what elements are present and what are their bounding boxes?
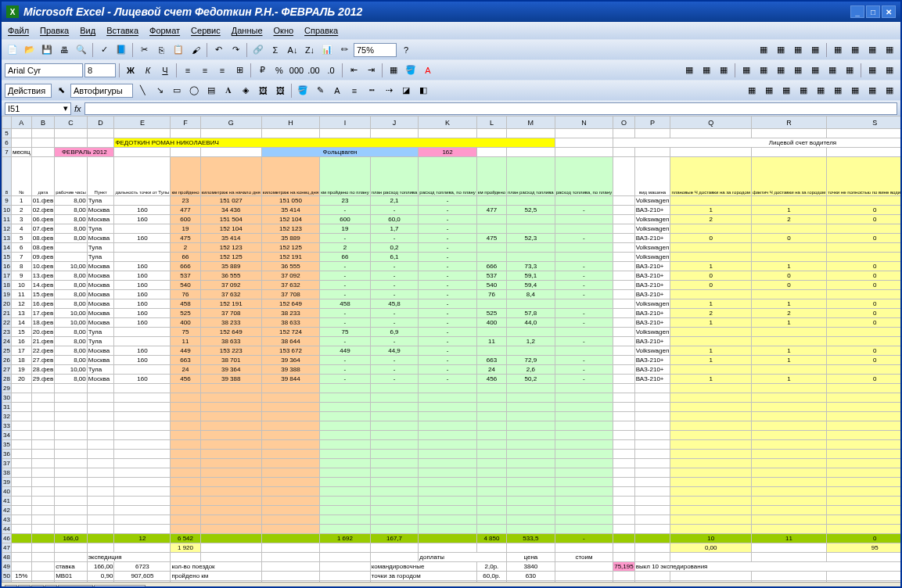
col-header[interactable]: Q: [670, 117, 752, 129]
tb3-extra-7[interactable]: ▦: [847, 83, 863, 99]
row-header[interactable]: 12: [2, 224, 12, 234]
row-header[interactable]: 20: [2, 299, 12, 309]
col-header[interactable]: E: [114, 117, 171, 129]
tb2-extra-11[interactable]: ▦: [864, 63, 880, 78]
row-header[interactable]: 19: [2, 290, 12, 299]
inc-decimal-icon[interactable]: .00: [306, 63, 322, 78]
name-box[interactable]: I51▾: [5, 102, 71, 115]
col-header[interactable]: F: [171, 117, 200, 129]
clipart-icon[interactable]: 🖼: [255, 83, 271, 99]
sheet-tabs[interactable]: ⏮ ◀ ▶ ⏭ ставкиЯНВАРЬ12: [2, 582, 900, 588]
tb3-extra-2[interactable]: ▦: [761, 83, 777, 99]
spreadsheet-grid[interactable]: ABCDEFGHIJKLMNOPQRSTUVWXYZAAABACADAEAF56…: [2, 116, 900, 582]
tb-extra-6[interactable]: ▦: [847, 42, 863, 58]
redo-icon[interactable]: ↷: [228, 42, 243, 58]
tb2-extra-4[interactable]: ▦: [738, 63, 754, 78]
row-header[interactable]: 48: [2, 553, 12, 562]
row-header[interactable]: 34: [2, 431, 12, 440]
tb3-extra-6[interactable]: ▦: [830, 83, 846, 99]
tb-extra-5[interactable]: ▦: [830, 42, 846, 58]
row-header[interactable]: 49: [2, 562, 12, 572]
tb3-extra-5[interactable]: ▦: [813, 83, 828, 99]
row-header[interactable]: 40: [2, 487, 12, 497]
col-header[interactable]: R: [751, 117, 826, 129]
tb3-extra-9[interactable]: ▦: [882, 83, 897, 99]
thousands-icon[interactable]: 000: [289, 63, 304, 78]
row-header[interactable]: 29: [2, 384, 12, 393]
row-header[interactable]: 50: [2, 572, 12, 581]
row-header[interactable]: 31: [2, 403, 12, 412]
align-center-icon[interactable]: ≡: [197, 63, 213, 78]
3d-icon[interactable]: ◧: [415, 83, 431, 99]
tb3-extra-1[interactable]: ▦: [744, 83, 760, 99]
open-icon[interactable]: 📂: [22, 42, 38, 58]
copy-icon[interactable]: ⎘: [153, 42, 169, 58]
row-header[interactable]: 22: [2, 318, 12, 328]
col-header[interactable]: [2, 117, 12, 129]
actions-combo[interactable]: [5, 84, 52, 98]
row-header[interactable]: 14: [2, 243, 12, 253]
col-header[interactable]: P: [634, 117, 670, 129]
drawing-icon[interactable]: ✏: [336, 42, 352, 58]
shadow-icon[interactable]: ◪: [398, 83, 414, 99]
menu-Окно[interactable]: Окно: [274, 26, 294, 35]
textbox-icon[interactable]: ▤: [203, 83, 219, 99]
font-color2-icon[interactable]: A: [329, 83, 345, 99]
menu-Данные[interactable]: Данные: [232, 26, 263, 35]
col-header[interactable]: I: [320, 117, 371, 129]
format-painter-icon[interactable]: 🖌: [188, 42, 203, 58]
row-header[interactable]: 16: [2, 262, 12, 271]
row-header[interactable]: 21: [2, 309, 12, 318]
undo-icon[interactable]: ↶: [210, 42, 226, 58]
row-header[interactable]: 25: [2, 346, 12, 356]
arrow-style-icon[interactable]: ⇢: [381, 83, 397, 99]
menu-Сервис[interactable]: Сервис: [191, 26, 221, 35]
align-right-icon[interactable]: ≡: [214, 63, 230, 78]
row-header[interactable]: 26: [2, 356, 12, 365]
row-header[interactable]: 51: [2, 581, 12, 583]
font-name-combo[interactable]: [5, 63, 83, 77]
formatting-toolbar[interactable]: Ж К Ч ≡ ≡ ≡ ⊞ ₽ % 000 .00 .0 ⇤ ⇥ ▦ 🪣 A ▦…: [2, 59, 900, 80]
col-header[interactable]: A: [11, 117, 31, 129]
row-header[interactable]: 42: [2, 506, 12, 515]
drawing-toolbar[interactable]: ⬉ ╲ ↘ ▭ ◯ ▤ 𝐀 ◈ 🖼 🖼 🪣 ✎ A ≡ ┅ ⇢ ◪ ◧ ▦ ▦ …: [2, 80, 900, 100]
diagram-icon[interactable]: ◈: [238, 83, 253, 99]
autoshapes-combo[interactable]: [70, 84, 133, 98]
inc-indent-icon[interactable]: ⇥: [363, 63, 379, 78]
rect-icon[interactable]: ▭: [169, 83, 185, 99]
tb-extra-3[interactable]: ▦: [790, 42, 806, 58]
row-header[interactable]: 27: [2, 365, 12, 375]
row-header[interactable]: 13: [2, 234, 12, 243]
autosum-icon[interactable]: Σ: [268, 42, 283, 58]
select-icon[interactable]: ⬉: [53, 83, 69, 99]
col-header[interactable]: K: [419, 117, 477, 129]
col-header[interactable]: M: [507, 117, 555, 129]
wordart-icon[interactable]: 𝐀: [221, 83, 236, 99]
merge-icon[interactable]: ⊞: [232, 63, 247, 78]
row-header[interactable]: 5: [2, 129, 12, 138]
tb-extra-4[interactable]: ▦: [807, 42, 823, 58]
col-header[interactable]: N: [555, 117, 613, 129]
line-color-icon[interactable]: ✎: [312, 83, 328, 99]
font-size-combo[interactable]: [84, 63, 116, 77]
help-icon[interactable]: ?: [398, 42, 414, 58]
sheet-tab[interactable]: ЯНВАРЬ12: [94, 585, 146, 589]
line-style-icon[interactable]: ≡: [347, 83, 362, 99]
tb2-extra-9[interactable]: ▦: [825, 63, 840, 78]
row-header[interactable]: 43: [2, 515, 12, 525]
row-header[interactable]: 24: [2, 337, 12, 346]
dec-decimal-icon[interactable]: .0: [323, 63, 339, 78]
new-icon[interactable]: 📄: [5, 42, 20, 58]
menu-bar[interactable]: ФайлПравкаВидВставкаФорматСервисДанныеОк…: [2, 22, 900, 39]
col-header[interactable]: L: [476, 117, 506, 129]
align-left-icon[interactable]: ≡: [180, 63, 196, 78]
tb2-extra-12[interactable]: ▦: [882, 63, 897, 78]
row-header[interactable]: 39: [2, 478, 12, 487]
col-header[interactable]: H: [261, 117, 319, 129]
row-header[interactable]: 41: [2, 497, 12, 506]
tb2-extra-5[interactable]: ▦: [756, 63, 771, 78]
preview-icon[interactable]: 🔍: [74, 42, 89, 58]
row-header[interactable]: 33: [2, 421, 12, 431]
row-header[interactable]: 15: [2, 253, 12, 262]
tb2-extra-2[interactable]: ▦: [699, 63, 714, 78]
